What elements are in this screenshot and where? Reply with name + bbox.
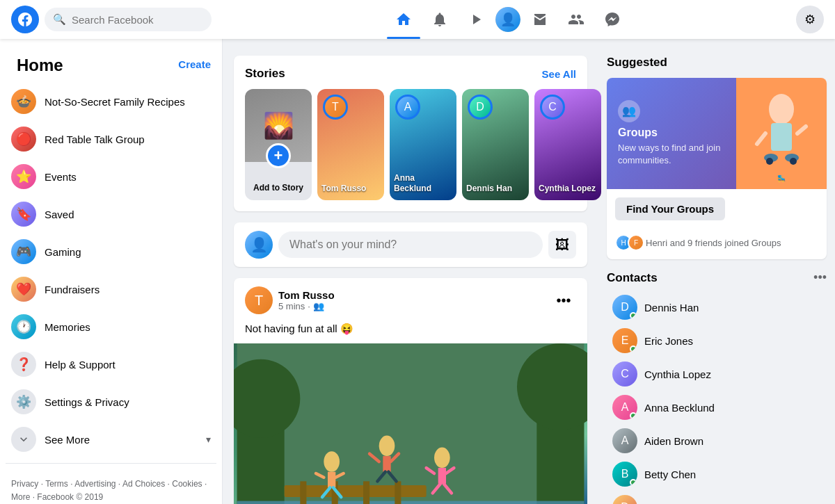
svg-text:🛼: 🛼 <box>777 174 786 183</box>
contact-avatar-betty-chen: B <box>612 462 637 487</box>
story-tom-russo[interactable]: T Tom Russo <box>317 89 384 200</box>
feed-post: T Tom Russo 5 mins · 👥 ••• Not having fu… <box>234 278 587 504</box>
footer-advertising[interactable]: Advertising <box>74 479 116 489</box>
sidebar-item-red-table[interactable]: 🔴 Red Table Talk Group <box>6 121 216 157</box>
main-layout: Home Create 🍲 Not-So-Secret Family Recip… <box>0 39 835 504</box>
see-all-link[interactable]: See All <box>542 68 576 80</box>
post-input[interactable] <box>278 231 543 258</box>
add-story-label: Add to Story <box>245 179 312 198</box>
groups-banner-icon: 👥 <box>618 100 640 122</box>
right-sidebar: Suggested 👥 Groups New ways to find and … <box>598 39 835 504</box>
footer-privacy[interactable]: Privacy <box>11 479 38 489</box>
svg-point-12 <box>324 451 340 471</box>
stories-title: Stories <box>245 67 285 81</box>
footer-terms[interactable]: Terms <box>45 479 68 489</box>
user-avatar-nav[interactable]: 👤 <box>495 7 520 32</box>
sidebar-item-gaming[interactable]: 🎮 Gaming <box>6 234 216 270</box>
svg-point-36 <box>790 158 797 165</box>
sidebar-divider <box>6 463 216 464</box>
sidebar-header: Home Create <box>6 50 216 83</box>
sidebar-item-see-more[interactable]: See More ▾ <box>6 421 216 457</box>
footer-cookies[interactable]: Cookies <box>172 479 202 489</box>
post-photo-button[interactable]: 🖼 <box>548 231 576 259</box>
sidebar-item-fundraisers[interactable]: ❤️ Fundraisers <box>6 271 216 307</box>
contact-item-aiden-brown[interactable]: A Aiden Brown <box>607 424 827 457</box>
post-text: Not having fun at all 😝 <box>234 323 587 343</box>
anna-becklund-story-avatar: A <box>395 95 420 120</box>
find-groups-button[interactable]: Find Your Groups <box>615 197 725 220</box>
watch-nav-button[interactable] <box>459 3 493 36</box>
story-dennis-han[interactable]: D Dennis Han <box>462 89 529 200</box>
contact-avatar-aiden-brown: A <box>612 428 637 453</box>
contact-item-dan-brown[interactable]: D Dan Brown <box>607 491 827 504</box>
svg-point-35 <box>766 158 773 165</box>
contact-item-eric-jones[interactable]: E Eric Jones <box>607 324 827 357</box>
suggested-section: Suggested 👥 Groups New ways to find and … <box>607 56 827 259</box>
sidebar-item-recipes[interactable]: 🍲 Not-So-Secret Family Recipes <box>6 83 216 120</box>
footer-more[interactable]: More <box>11 492 30 502</box>
contacts-section: Contacts ••• D Dennis Han E Eric Jones C… <box>607 270 827 504</box>
contact-avatar-cynthia-lopez: C <box>612 361 637 387</box>
contact-name-eric-jones: Eric Jones <box>644 335 693 347</box>
footer-copyright: Facebook © 2019 <box>37 492 103 502</box>
tom-russo-story-name: Tom Russo <box>321 184 380 195</box>
suggested-title: Suggested <box>607 56 827 70</box>
contact-avatar-dennis-han: D <box>612 295 637 320</box>
sidebar-item-settings[interactable]: ⚙️ Settings & Privacy <box>6 384 216 420</box>
groups-banner-bg: 👥 Groups New ways to find and join commu… <box>607 78 827 189</box>
notifications-nav-button[interactable] <box>423 3 456 36</box>
friends-avatars: H F <box>615 234 640 251</box>
sidebar-item-label-events: Events <box>45 171 77 183</box>
online-indicator <box>630 346 637 352</box>
search-input[interactable] <box>72 14 203 26</box>
marketplace-nav-button[interactable] <box>523 3 557 36</box>
friend-avatar-2: F <box>628 234 644 251</box>
topnav-left: 🔍 <box>11 6 234 33</box>
svg-rect-25 <box>438 468 446 484</box>
svg-rect-5 <box>237 501 584 504</box>
story-add-card[interactable]: 🌄 + Add to Story <box>245 89 312 200</box>
settings-button[interactable]: ⚙ <box>796 6 824 33</box>
groups-nav-button[interactable] <box>559 3 593 36</box>
cynthia-lopez-story-name: Cynthia Lopez <box>539 184 597 195</box>
friends-joined-info: H F Henri and 9 friends joined Groups <box>607 229 827 259</box>
contact-item-dennis-han[interactable]: D Dennis Han <box>607 291 827 324</box>
stories-row: 🌄 + Add to Story T Tom Russo A Anna Beck… <box>245 89 576 200</box>
contacts-title: Contacts <box>607 271 658 285</box>
search-bar[interactable]: 🔍 <box>45 8 212 31</box>
contact-name-aiden-brown: Aiden Brown <box>644 435 703 447</box>
footer-ad-choices[interactable]: Ad Choices <box>122 479 165 489</box>
sidebar-item-help[interactable]: ❓ Help & Support <box>6 346 216 382</box>
contacts-more-button[interactable]: ••• <box>813 270 827 285</box>
sidebar-title: Home <box>11 50 69 78</box>
sidebar-item-events[interactable]: ⭐ Events <box>6 158 216 195</box>
contact-item-anna-becklund[interactable]: A Anna Becklund <box>607 391 827 424</box>
home-nav-button[interactable] <box>387 3 420 36</box>
topnav-right: ⚙ <box>782 6 824 33</box>
feed-area: Stories See All 🌄 + Add to Story T Tom R… <box>223 39 598 504</box>
post-user-name: Tom Russo <box>278 289 335 301</box>
contact-avatar-dan-brown: D <box>612 495 637 504</box>
facebook-logo[interactable] <box>11 6 39 33</box>
sidebar-item-label-see-more: See More <box>45 434 90 446</box>
contact-name-dennis-han: Dennis Han <box>644 302 699 314</box>
sidebar-item-label-recipes: Not-So-Secret Family Recipes <box>45 96 185 108</box>
sidebar-footer: Privacy · Terms · Advertising · Ad Choic… <box>6 469 216 504</box>
contact-item-betty-chen[interactable]: B Betty Chen <box>607 457 827 491</box>
svg-rect-19 <box>383 456 390 472</box>
sidebar-create-button[interactable]: Create <box>178 58 211 70</box>
groups-banner-subtitle: New ways to find and join communities. <box>618 142 725 167</box>
contact-item-cynthia-lopez[interactable]: C Cynthia Lopez <box>607 357 827 391</box>
story-cynthia-lopez[interactable]: C Cynthia Lopez <box>534 89 601 200</box>
story-anna-becklund[interactable]: A Anna Becklund <box>390 89 456 200</box>
svg-point-31 <box>769 94 794 124</box>
svg-rect-32 <box>771 123 792 151</box>
sidebar-item-saved[interactable]: 🔖 Saved <box>6 196 216 232</box>
post-more-button[interactable]: ••• <box>551 288 576 313</box>
post-shared-icon: 👥 <box>313 301 324 311</box>
sidebar-item-memories[interactable]: 🕐 Memories <box>6 309 216 345</box>
contacts-header: Contacts ••• <box>607 270 827 285</box>
online-indicator <box>630 312 637 319</box>
fundraisers-icon: ❤️ <box>11 277 36 302</box>
messenger-nav-button[interactable] <box>596 3 629 36</box>
